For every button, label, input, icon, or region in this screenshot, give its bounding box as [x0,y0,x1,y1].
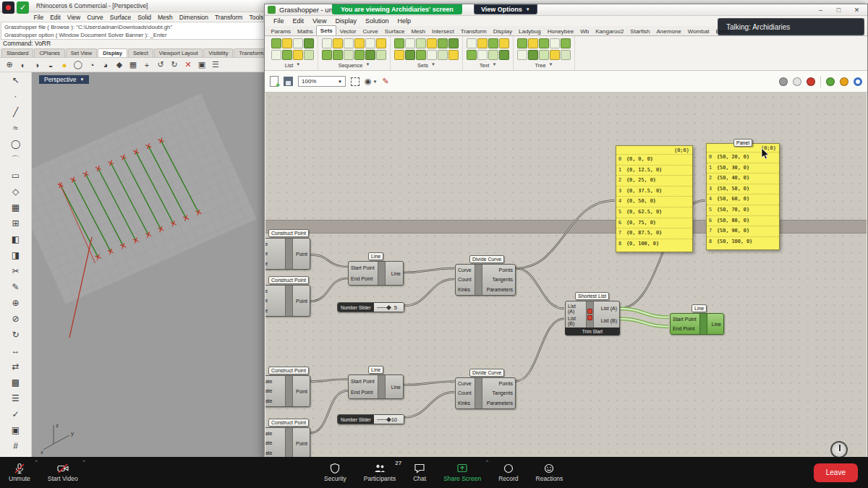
rhino-tool-icon[interactable]: ◨ [8,247,24,263]
component-palette-icon[interactable] [271,50,281,60]
rhino-tool-icon[interactable]: ╱ [8,104,24,120]
component-palette-icon[interactable] [322,38,332,48]
number-slider[interactable]: Number Slider 10 [337,414,404,424]
rhino-tool-icon[interactable]: ⌒ [8,152,24,168]
input-port[interactable]: End Point [673,326,694,331]
save-icon[interactable] [284,77,293,86]
category-tab[interactable]: Display [490,27,515,35]
component-palette-icon[interactable] [344,50,354,60]
component-palette-icon[interactable] [427,38,437,48]
participants-button[interactable]: 27 Participants [355,457,404,488]
output-port[interactable]: Line [391,385,401,390]
output-port[interactable]: Parameters [487,287,513,292]
menu-item[interactable]: Solution [361,17,393,25]
input-port[interactable]: inate [265,308,268,313]
rhino-tool-icon[interactable]: ⇄ [8,359,24,374]
component-palette-icon[interactable] [365,50,375,60]
menu-item[interactable]: Edit [47,14,64,21]
canvas-compass[interactable] [830,441,848,458]
category-tab[interactable]: Starfish [627,27,653,35]
view-options-dropdown[interactable]: View Options ▼ [474,4,537,14]
menu-item[interactable]: View [308,17,331,25]
component-palette-icon[interactable] [438,38,448,48]
input-port[interactable]: End Point [351,390,373,395]
category-tab[interactable]: Vector [336,27,359,35]
component-palette-icon[interactable] [550,50,560,60]
input-port[interactable]: Count [458,390,472,395]
rhino-tool-icon[interactable]: ▣ [8,422,24,438]
component-palette-icon[interactable] [499,38,509,48]
rhino-tool-icon[interactable]: ✕ [182,59,195,72]
rhino-tool-icon[interactable]: ▦ [8,200,24,215]
menu-item[interactable]: Mesh [155,14,176,21]
preview-settings-icon[interactable] [854,77,862,86]
rhino-tool-icon[interactable]: ≈ [8,120,24,136]
rhino-tool-icon[interactable]: ⊞ [8,215,24,231]
chevron-up-icon[interactable]: ^ [35,459,37,464]
group-label[interactable]: Tree▼ [517,61,571,69]
group-label[interactable]: Sets▼ [394,61,459,69]
construct-point-component[interactable]: Construct Point rdinate rdinate rdinate … [265,419,310,459]
component-palette-icon[interactable] [405,38,415,48]
rhino-tool-icon[interactable]: ◯ [72,59,85,72]
category-tab[interactable]: Kangaroo2 [592,27,627,35]
construct-point-component[interactable]: Construct Point inate inate inate Point [265,276,310,317]
shortest-list-component[interactable]: Shortest List List (A) List (B) List (A)… [565,292,620,335]
rhino-tool-icon[interactable]: ◐ [17,59,30,72]
rhino-tool-icon[interactable]: ▭ [8,168,24,184]
output-port[interactable]: Line [712,322,721,327]
component-palette-icon[interactable] [499,50,509,60]
component-palette-icon[interactable] [539,38,549,48]
zoom-level-select[interactable]: 100% ▼ [298,76,346,87]
category-tab[interactable]: Wb [577,27,592,35]
rhino-tool-icon[interactable]: ◒ [44,59,57,72]
rhino-tool-icon[interactable]: ☰ [209,59,222,72]
category-tab[interactable]: Sets [316,25,336,35]
rhino-tool-icon[interactable]: ◯ [8,136,24,152]
material-orange-icon[interactable] [840,77,848,86]
slider-track[interactable]: 10 [374,415,404,424]
construct-point-component[interactable]: Construct Point inate inate inate Point [265,229,310,270]
category-tab[interactable]: Surface [381,27,408,35]
category-tab[interactable]: Curve [359,27,381,35]
rhino-tool-icon[interactable]: ⊕ [8,295,24,311]
group-label[interactable]: List▼ [271,61,314,69]
line-component-selected[interactable]: Line Start Point End Point Line [670,304,724,335]
slider-track[interactable]: 5 [374,303,404,312]
input-port[interactable]: rdinate [265,440,272,445]
grasshopper-canvas[interactable]: Construct Point inate inate inate Point … [265,93,867,460]
toolbar-tab[interactable]: Visibility [203,48,233,57]
rhino-tool-icon[interactable]: ⊘ [8,311,24,327]
menu-item[interactable]: File [269,17,289,25]
output-port[interactable]: Tangents [493,277,513,282]
rhino-tool-icon[interactable]: ↺ [154,59,167,72]
rhino-tool-icon[interactable]: ☰ [8,390,24,406]
component-palette-icon[interactable] [354,38,365,48]
rhino-tool-icon[interactable]: ◑ [30,59,43,72]
input-port[interactable]: rdinate [265,398,272,403]
component-palette-icon[interactable] [448,50,459,60]
component-palette-icon[interactable] [293,50,303,60]
screen-record-icon[interactable] [2,1,14,14]
group-label[interactable]: Text▼ [467,61,509,69]
component-palette-icon[interactable] [467,38,477,48]
toolbar-tab[interactable]: Standard [1,48,33,57]
rhino-tool-icon[interactable]: ↔ [8,343,24,359]
toolbar-tab[interactable]: Display [98,48,127,57]
component-palette-icon[interactable] [477,50,488,60]
component-palette-icon[interactable] [488,38,498,48]
security-button[interactable]: Security [315,457,355,488]
menu-item[interactable]: Surface [106,14,134,21]
component-palette-icon[interactable] [427,50,437,60]
rhino-tool-icon[interactable]: ↖ [8,72,24,88]
viewport-label[interactable]: Perspective ▼ [39,75,89,84]
rhino-tool-icon[interactable]: ◇ [8,184,24,200]
close-button[interactable]: ✕ [848,5,866,15]
input-port[interactable]: Start Point [351,265,375,270]
component-palette-icon[interactable] [561,38,571,48]
share-screen-button[interactable]: ^ Share Screen [435,457,490,488]
new-document-icon[interactable] [270,76,278,87]
input-port[interactable]: List (B) [568,316,584,326]
line-component[interactable]: Line Start Point End Point Line [348,366,404,399]
component-palette-icon[interactable] [477,38,488,48]
